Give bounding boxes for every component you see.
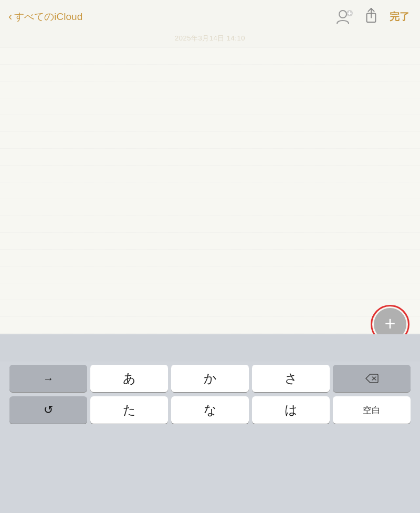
na-key[interactable]: な [171,396,249,424]
ta-key[interactable]: た [90,396,168,424]
keyboard: → あ か さ ↺ た な は 空白 [0,334,420,513]
watermark-text: 2025年3月14日 14:10 [0,32,420,47]
keyboard-top-bar [0,334,420,362]
keyboard-row-1: → あ か さ [2,365,418,392]
delete-key[interactable] [333,365,411,392]
keyboard-row-2: ↺ た な は 空白 [2,396,418,424]
share-icon[interactable] [364,8,378,26]
back-chevron-icon[interactable]: ‹ [8,11,12,23]
space-key[interactable]: 空白 [333,396,411,424]
add-person-icon[interactable] [335,8,353,26]
nav-right: 完了 [335,8,410,26]
undo-key[interactable]: ↺ [9,396,87,424]
svg-point-0 [339,11,346,18]
sa-key[interactable]: さ [252,365,330,392]
ha-key[interactable]: は [252,396,330,424]
note-text-field[interactable] [0,47,420,352]
done-button[interactable]: 完了 [390,10,410,24]
navigation-bar: ‹ すべてのiCloud 完了 [0,0,420,32]
note-content-area[interactable]: + [0,47,420,352]
plus-icon: + [384,314,395,333]
keyboard-rows: → あ か さ ↺ た な は 空白 [0,362,420,426]
a-key[interactable]: あ [90,365,168,392]
ka-key[interactable]: か [171,365,249,392]
arrow-right-key[interactable]: → [9,365,87,392]
nav-left: ‹ すべてのiCloud [8,10,82,24]
back-button[interactable]: すべてのiCloud [14,10,82,24]
